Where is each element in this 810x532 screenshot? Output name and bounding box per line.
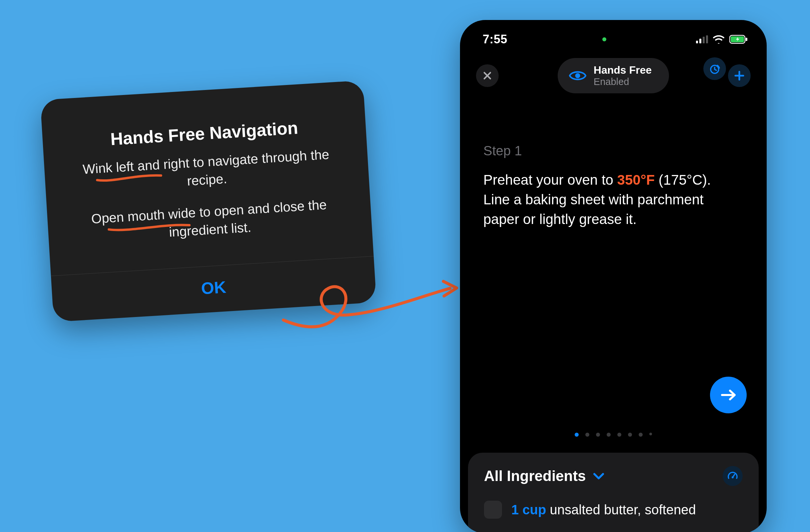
pill-title: Hands Free — [594, 64, 652, 76]
plus-icon — [734, 70, 745, 81]
dialog-line2-emphasis: Open mouth — [91, 207, 165, 226]
pill-subtitle: Enabled — [594, 76, 652, 87]
step-text-pre: Preheat your oven to — [483, 172, 617, 188]
clock-icon — [709, 63, 721, 75]
page-dot — [649, 433, 652, 435]
timer-button[interactable] — [703, 57, 726, 80]
dialog-line1-rest: and right to navigate through the recipe… — [133, 147, 330, 188]
dialog-title: Hands Free Navigation — [66, 115, 343, 152]
svg-rect-0 — [696, 41, 698, 43]
battery-charging-icon — [729, 35, 748, 44]
svg-rect-5 — [746, 38, 747, 41]
svg-rect-1 — [699, 39, 701, 43]
camera-indicator-icon — [602, 37, 606, 41]
close-icon — [483, 71, 492, 80]
dialog-line2-rest: wide to open and close the ingredient li… — [164, 197, 327, 239]
ingredient-row[interactable]: 1 cup unsalted butter, softened — [484, 501, 743, 519]
dialog-body-2: Open mouth wide to open and close the in… — [70, 194, 349, 247]
page-dot — [628, 433, 632, 437]
eye-icon — [569, 70, 586, 82]
chevron-down-icon — [593, 472, 605, 480]
ingredient-checkbox[interactable] — [484, 501, 502, 519]
status-time: 7:55 — [483, 32, 507, 46]
ok-button[interactable]: OK — [201, 277, 227, 298]
scale-button[interactable] — [723, 466, 743, 486]
dialog-body: Wink left and right to navigate through … — [67, 144, 346, 197]
wifi-icon — [713, 35, 725, 44]
close-button[interactable] — [476, 64, 499, 87]
cellular-signal-icon — [696, 35, 708, 43]
ingredient-quantity: 1 cup — [511, 502, 546, 517]
ingredients-toggle[interactable]: All Ingredients — [484, 468, 605, 484]
hands-free-pill[interactable]: Hands Free Enabled — [558, 58, 669, 93]
page-dot — [639, 433, 643, 437]
ingredients-panel[interactable]: All Ingredients 1 cup — [468, 453, 759, 532]
add-button[interactable] — [728, 64, 751, 87]
page-dot — [607, 433, 611, 437]
page-dot — [617, 433, 621, 437]
status-bar: 7:55 — [460, 20, 767, 52]
page-dot — [596, 433, 600, 437]
page-dot — [575, 433, 579, 437]
svg-point-8 — [575, 73, 580, 78]
ingredient-name: unsalted butter, softened — [550, 502, 696, 517]
step-pagination — [460, 433, 767, 437]
hands-free-dialog: Hands Free Navigation Wink left and righ… — [40, 80, 377, 322]
dialog-line1-emphasis: Wink left — [82, 159, 134, 177]
step-label: Step 1 — [483, 143, 743, 158]
svg-rect-3 — [706, 35, 708, 43]
ingredients-title: All Ingredients — [484, 468, 586, 484]
gauge-icon — [727, 470, 738, 482]
step-temperature: 350°F — [617, 172, 655, 188]
next-step-button[interactable] — [710, 377, 747, 413]
phone-frame: 7:55 — [460, 20, 767, 532]
page-dot — [585, 433, 589, 437]
arrow-right-icon — [720, 388, 737, 402]
svg-rect-2 — [703, 37, 705, 43]
step-instruction: Preheat your oven to 350°F (175°C). Line… — [483, 170, 743, 229]
